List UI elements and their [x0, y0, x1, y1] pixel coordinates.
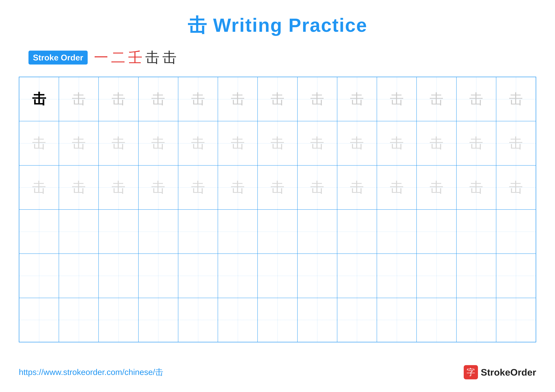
- grid-cell[interactable]: [456, 209, 496, 254]
- grid-cell[interactable]: [99, 298, 138, 342]
- grid-cell[interactable]: [377, 209, 416, 254]
- char-guide-faint: 击: [509, 134, 523, 153]
- grid-cell[interactable]: 击: [337, 121, 377, 165]
- grid-cell[interactable]: [337, 209, 377, 254]
- grid-cell[interactable]: 击: [258, 165, 297, 209]
- grid-cell[interactable]: 击: [416, 165, 456, 209]
- grid-cell[interactable]: [178, 298, 218, 342]
- stroke-order-badge: Stroke Order: [29, 51, 88, 64]
- char-guide-faint: 击: [469, 134, 483, 153]
- grid-cell[interactable]: 击: [377, 165, 416, 209]
- grid-cell[interactable]: [19, 298, 59, 342]
- grid-cell[interactable]: 击: [178, 121, 218, 165]
- char-guide-faint: 击: [430, 178, 444, 197]
- grid-cell[interactable]: 击: [19, 165, 59, 209]
- grid-cell[interactable]: [59, 254, 99, 298]
- grid-cell[interactable]: 击: [416, 77, 456, 121]
- grid-cell[interactable]: [99, 209, 138, 254]
- grid-cell[interactable]: [297, 209, 337, 254]
- grid-cell[interactable]: [59, 298, 99, 342]
- char-guide-faint: 击: [151, 134, 165, 153]
- grid-cell[interactable]: 击: [456, 165, 496, 209]
- grid-cell[interactable]: 击: [416, 121, 456, 165]
- practice-grid: 击击击击击击击击击击击击击击击击击击击击击击击击击击击击击击击击击击击击击击击: [19, 77, 536, 342]
- grid-cell[interactable]: [99, 254, 138, 298]
- grid-cell[interactable]: [258, 209, 297, 254]
- grid-cell[interactable]: [456, 298, 496, 342]
- grid-cell[interactable]: 击: [139, 121, 178, 165]
- grid-cell[interactable]: 击: [297, 165, 337, 209]
- grid-cell[interactable]: 击: [139, 165, 178, 209]
- char-guide-faint: 击: [350, 134, 364, 153]
- grid-cell[interactable]: [258, 298, 297, 342]
- grid-cell[interactable]: [258, 254, 297, 298]
- grid-cell[interactable]: [377, 254, 416, 298]
- grid-cell[interactable]: 击: [377, 77, 416, 121]
- grid-cell[interactable]: 击: [377, 121, 416, 165]
- grid-cell[interactable]: [337, 254, 377, 298]
- grid-cell[interactable]: 击: [496, 121, 536, 165]
- char-dark: 击: [32, 90, 46, 108]
- grid-cell[interactable]: 击: [59, 121, 99, 165]
- footer: https://www.strokeorder.com/chinese/击 字 …: [19, 359, 536, 379]
- grid-cell[interactable]: 击: [496, 165, 536, 209]
- grid-cell[interactable]: [416, 209, 456, 254]
- grid-cell[interactable]: [377, 298, 416, 342]
- logo-text: StrokeOrder: [481, 367, 536, 378]
- grid-cell[interactable]: [218, 254, 258, 298]
- grid-cell[interactable]: [416, 298, 456, 342]
- grid-cell[interactable]: 击: [297, 77, 337, 121]
- stroke-1: 一: [94, 48, 108, 67]
- grid-cell[interactable]: [218, 298, 258, 342]
- char-guide-faint: 击: [390, 134, 404, 153]
- grid-cell[interactable]: [19, 254, 59, 298]
- grid-cell[interactable]: 击: [496, 77, 536, 121]
- stroke-order-row: Stroke Order 一 二 壬 击 击: [29, 48, 176, 67]
- grid-cell[interactable]: [297, 298, 337, 342]
- grid-cell[interactable]: [139, 298, 178, 342]
- grid-cell[interactable]: 击: [59, 77, 99, 121]
- grid-cell[interactable]: [139, 254, 178, 298]
- grid-cell[interactable]: [139, 209, 178, 254]
- grid-cell[interactable]: 击: [99, 121, 138, 165]
- grid-cell[interactable]: 击: [178, 77, 218, 121]
- grid-cell[interactable]: [416, 254, 456, 298]
- grid-cell[interactable]: 击: [218, 165, 258, 209]
- grid-cell[interactable]: 击: [297, 121, 337, 165]
- grid-cell[interactable]: 击: [19, 121, 59, 165]
- grid-cell[interactable]: [59, 209, 99, 254]
- footer-logo: 字 StrokeOrder: [464, 365, 536, 379]
- char-guide-faint: 击: [72, 178, 86, 197]
- grid-cell[interactable]: 击: [59, 165, 99, 209]
- grid-cell[interactable]: [496, 254, 536, 298]
- grid-cell[interactable]: [19, 209, 59, 254]
- grid-cell[interactable]: 击: [337, 165, 377, 209]
- grid-cell[interactable]: 击: [258, 121, 297, 165]
- grid-cell[interactable]: 击: [178, 165, 218, 209]
- page-title: 击 Writing Practice: [188, 13, 367, 38]
- grid-cell[interactable]: 击: [99, 165, 138, 209]
- grid-cell[interactable]: [456, 254, 496, 298]
- grid-cell[interactable]: 击: [139, 77, 178, 121]
- grid-cell[interactable]: [337, 298, 377, 342]
- char-guide-faint: 击: [32, 134, 46, 153]
- grid-cell[interactable]: 击: [19, 77, 59, 121]
- char-guide-faint: 击: [191, 178, 205, 197]
- logo-icon: 字: [464, 365, 478, 379]
- grid-cell[interactable]: 击: [258, 77, 297, 121]
- grid-cell[interactable]: 击: [337, 77, 377, 121]
- grid-cell[interactable]: [496, 298, 536, 342]
- grid-cell[interactable]: [297, 254, 337, 298]
- char-guide-faint: 击: [270, 178, 285, 197]
- char-guide-faint: 击: [390, 178, 404, 197]
- grid-cell[interactable]: [218, 209, 258, 254]
- grid-cell[interactable]: 击: [99, 77, 138, 121]
- grid-cell[interactable]: 击: [456, 121, 496, 165]
- char-guide-faint: 击: [72, 134, 86, 153]
- grid-cell[interactable]: 击: [218, 77, 258, 121]
- grid-cell[interactable]: [178, 209, 218, 254]
- grid-cell[interactable]: 击: [456, 77, 496, 121]
- grid-cell[interactable]: [178, 254, 218, 298]
- grid-cell[interactable]: [496, 209, 536, 254]
- grid-cell[interactable]: 击: [218, 121, 258, 165]
